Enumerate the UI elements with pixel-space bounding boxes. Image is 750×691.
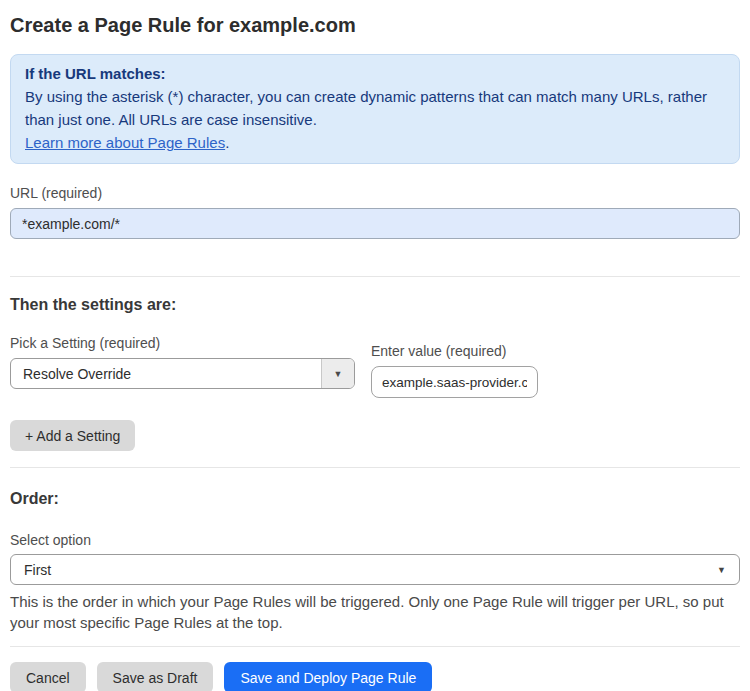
pick-setting-dropdown[interactable]: Resolve Override ▼ [10, 358, 355, 389]
order-help-text: This is the order in which your Page Rul… [10, 591, 740, 633]
order-select[interactable]: First ▼ [10, 554, 740, 585]
learn-more-link[interactable]: Learn more about Page Rules [25, 134, 225, 151]
page-title: Create a Page Rule for example.com [10, 14, 740, 37]
settings-section-heading: Then the settings are: [10, 296, 740, 314]
order-select-label: Select option [10, 532, 740, 548]
footer-actions: Cancel Save as Draft Save and Deploy Pag… [10, 662, 740, 691]
info-box-link-line: Learn more about Page Rules. [25, 131, 725, 154]
save-draft-button[interactable]: Save as Draft [97, 662, 214, 691]
chevron-down-icon: ▼ [717, 565, 726, 575]
order-selected-value: First [24, 562, 51, 578]
dropdown-caret-button[interactable]: ▼ [321, 359, 354, 388]
section-divider [10, 276, 740, 277]
section-divider [10, 467, 740, 468]
add-setting-button[interactable]: + Add a Setting [10, 420, 135, 451]
setting-value-input[interactable] [371, 366, 538, 398]
info-box-body: By using the asterisk (*) character, you… [25, 85, 725, 131]
cancel-button[interactable]: Cancel [10, 662, 86, 691]
chevron-down-icon: ▼ [334, 369, 343, 379]
url-input[interactable] [10, 208, 740, 239]
pick-setting-column: Pick a Setting (required) Resolve Overri… [10, 335, 355, 389]
info-box-heading: If the URL matches: [25, 62, 725, 85]
order-section-heading: Order: [10, 490, 740, 508]
enter-value-label: Enter value (required) [371, 343, 538, 359]
save-deploy-button[interactable]: Save and Deploy Page Rule [224, 662, 432, 691]
info-box-body-text: By using the asterisk (*) character, you… [25, 88, 707, 128]
enter-value-column: Enter value (required) [371, 343, 538, 398]
setting-row: Pick a Setting (required) Resolve Overri… [10, 335, 740, 398]
url-field-label: URL (required) [10, 185, 740, 201]
pick-setting-label: Pick a Setting (required) [10, 335, 355, 351]
create-page-rule-panel: Create a Page Rule for example.com If th… [0, 0, 750, 691]
url-match-info-box: If the URL matches: By using the asteris… [10, 54, 740, 164]
footer-divider [10, 646, 740, 647]
pick-setting-selected-value: Resolve Override [11, 359, 321, 388]
link-period: . [225, 134, 229, 151]
